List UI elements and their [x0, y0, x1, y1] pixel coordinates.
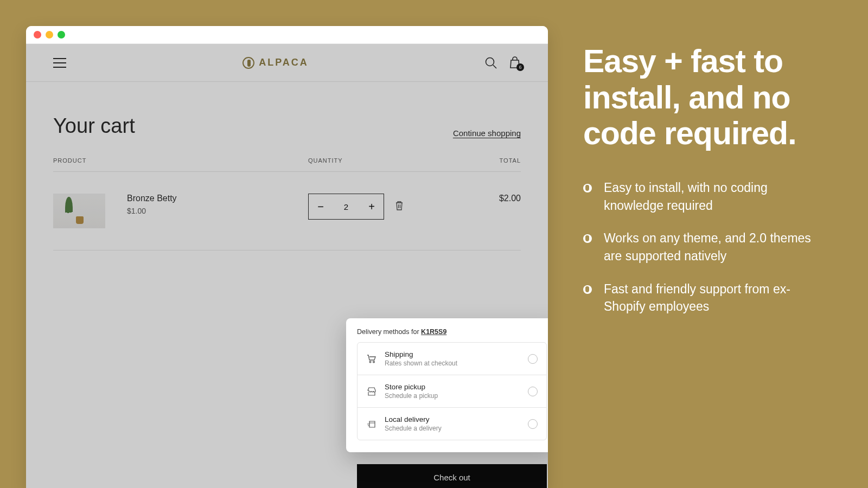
- trash-icon: [395, 201, 404, 210]
- col-header-total: TOTAL: [411, 157, 521, 164]
- page-viewport: ALPACA 6 Your cart Continue shopping PR: [26, 44, 548, 488]
- delivery-option-local[interactable]: Local delivery Schedule a delivery: [358, 407, 546, 440]
- header-actions: 6: [485, 56, 521, 69]
- package-icon: [366, 420, 377, 428]
- quantity-stepper: − 2 +: [308, 194, 384, 220]
- browser-window: ALPACA 6 Your cart Continue shopping PR: [26, 26, 548, 488]
- cart-table: PRODUCT QUANTITY TOTAL Bronze Betty $1.0…: [53, 157, 521, 251]
- bullet-icon: [583, 285, 592, 294]
- brand-name: ALPACA: [259, 57, 309, 68]
- delivery-option-shipping[interactable]: Shipping Rates shown at checkout: [358, 343, 546, 375]
- product-unit-price: $1.00: [127, 207, 308, 215]
- page-title: Your cart: [53, 114, 135, 138]
- checkout-button[interactable]: Check out: [357, 464, 547, 488]
- brand-mark-icon: [242, 57, 254, 69]
- remove-line-button[interactable]: [395, 201, 404, 213]
- search-icon: [485, 57, 497, 69]
- svg-point-2: [373, 361, 375, 363]
- store-header: ALPACA 6: [26, 44, 548, 82]
- continue-shopping-link[interactable]: Continue shopping: [453, 129, 521, 138]
- radio-unchecked[interactable]: [528, 387, 538, 396]
- product-thumbnail[interactable]: [53, 194, 105, 228]
- product-name[interactable]: Bronze Betty: [127, 194, 308, 203]
- hamburger-menu-button[interactable]: [53, 58, 66, 68]
- col-header-quantity: QUANTITY: [308, 157, 411, 164]
- delivery-option-pickup[interactable]: Store pickup Schedule a pickup: [358, 375, 546, 407]
- marketing-bullet: Easy to install, with no coding knowledg…: [583, 179, 830, 214]
- option-title: Shipping: [385, 350, 520, 358]
- svg-point-1: [369, 361, 371, 363]
- option-subtitle: Schedule a pickup: [385, 392, 520, 400]
- marketing-bullet: Works on any theme, and 2.0 themes are s…: [583, 229, 830, 265]
- cart-line-item: Bronze Betty $1.00 − 2 + $2.00: [53, 172, 521, 251]
- delivery-panel-title: Delivery methods for K1R5S9: [357, 328, 547, 336]
- qty-increment-button[interactable]: +: [360, 194, 384, 219]
- qty-value: 2: [333, 194, 360, 219]
- traffic-lights: [34, 31, 65, 38]
- qty-decrement-button[interactable]: −: [309, 194, 333, 219]
- svg-point-0: [486, 57, 494, 66]
- line-total: $2.00: [411, 194, 521, 203]
- store-icon: [366, 387, 377, 396]
- delivery-options: Shipping Rates shown at checkout Store p…: [357, 342, 547, 440]
- maximize-window-button[interactable]: [58, 31, 65, 38]
- bullet-icon: [583, 184, 592, 192]
- radio-unchecked[interactable]: [528, 354, 538, 364]
- marketing-copy: Easy + fast to install, and no code requ…: [583, 43, 830, 331]
- close-window-button[interactable]: [34, 31, 41, 38]
- cart-table-headers: PRODUCT QUANTITY TOTAL: [53, 157, 521, 172]
- hamburger-icon: [53, 58, 66, 68]
- window-titlebar: [26, 26, 548, 44]
- option-title: Local delivery: [385, 415, 520, 423]
- marketing-bullet: Fast and friendly support from ex-Shopif…: [583, 280, 830, 316]
- option-title: Store pickup: [385, 383, 520, 391]
- cart-count-badge: 6: [516, 63, 524, 71]
- cart-section: Your cart Continue shopping PRODUCT QUAN…: [26, 82, 548, 251]
- marketing-bullets: Easy to install, with no coding knowledg…: [583, 179, 830, 316]
- radio-unchecked[interactable]: [528, 419, 538, 429]
- brand-logo[interactable]: ALPACA: [242, 57, 309, 69]
- col-header-product: PRODUCT: [53, 157, 308, 164]
- search-button[interactable]: [485, 57, 497, 69]
- cart-button[interactable]: 6: [509, 56, 521, 69]
- option-subtitle: Rates shown at checkout: [385, 359, 520, 367]
- marketing-headline: Easy + fast to install, and no code requ…: [583, 43, 830, 152]
- delivery-methods-panel: Delivery methods for K1R5S9 Shipping Rat…: [346, 318, 548, 452]
- minimize-window-button[interactable]: [46, 31, 53, 38]
- delivery-zip-link[interactable]: K1R5S9: [421, 328, 446, 336]
- bullet-icon: [583, 234, 592, 243]
- option-subtitle: Schedule a delivery: [385, 425, 520, 432]
- shipping-cart-icon: [366, 355, 377, 363]
